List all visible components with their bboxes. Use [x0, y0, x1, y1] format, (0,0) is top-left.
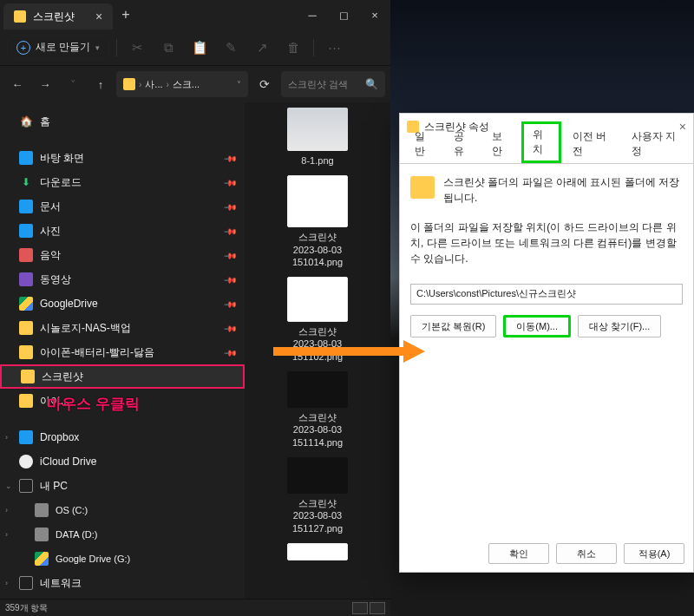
file-item[interactable]: 스크린샷 2023-08-03 151114.png — [245, 371, 390, 449]
pictures-icon — [19, 224, 33, 238]
ok-button[interactable]: 확인 — [488, 543, 549, 564]
sidebar-documents[interactable]: 문서📌 — [0, 194, 245, 219]
sidebar-home[interactable]: 🏠홈 — [0, 109, 245, 134]
tab-custom[interactable]: 사용자 지정 — [622, 125, 688, 163]
close-icon[interactable]: × — [95, 10, 102, 23]
tab-security[interactable]: 보안 — [482, 125, 520, 163]
search-placeholder: 스크린샷 검색 — [288, 78, 348, 91]
file-item[interactable]: 스크린샷 2023-08-03 151014.png — [245, 175, 390, 268]
breadcrumb-seg[interactable]: 사... — [145, 78, 162, 91]
back-button[interactable]: ← — [5, 72, 29, 96]
chevron-down-icon[interactable]: ˅ — [237, 80, 241, 89]
nav-row: ← → ˅ ↑ › 사... › 스크... ˅ ⟳ 스크린샷 검색 🔍 — [0, 66, 390, 102]
folder-icon — [21, 370, 35, 383]
tab-prev[interactable]: 이전 버전 — [563, 125, 620, 163]
chevron-icon[interactable]: › — [5, 506, 8, 514]
path-input[interactable]: C:\Users\const\Pictures\신규스크린샷 — [410, 284, 683, 305]
share-icon[interactable]: ↗ — [249, 35, 275, 61]
sidebar-osc[interactable]: ›OS (C:) — [0, 498, 245, 522]
gdrive-icon — [19, 297, 33, 311]
pin-icon: 📌 — [224, 200, 238, 213]
grid-view-button[interactable] — [370, 602, 385, 614]
sidebar-item-label: 아이폰-배터리-빨리-닳음 — [40, 345, 154, 360]
sidebar-gdrive[interactable]: GoogleDrive📌 — [0, 292, 245, 316]
forward-button[interactable]: → — [33, 72, 57, 96]
file-item[interactable]: 8-1.png — [245, 108, 390, 167]
thumbnail — [287, 543, 348, 560]
tab-title: 스크린샷 — [33, 10, 75, 24]
pin-icon: 📌 — [224, 321, 238, 335]
sidebar-music[interactable]: 음악📌 — [0, 243, 245, 267]
cancel-button[interactable]: 취소 — [556, 543, 617, 564]
chevron-icon: › — [167, 80, 169, 89]
up-history-button[interactable]: ˅ — [61, 72, 85, 96]
disk-icon — [35, 503, 49, 517]
minimize-button[interactable]: ─ — [297, 2, 328, 28]
up-button[interactable]: ↑ — [88, 72, 113, 96]
thumbnail — [287, 277, 348, 322]
apply-button[interactable]: 적용(A) — [624, 543, 684, 564]
chevron-icon[interactable]: › — [5, 530, 8, 539]
delete-icon[interactable]: 🗑 — [280, 35, 306, 61]
copy-icon[interactable]: ⧉ — [155, 35, 181, 61]
address-bar[interactable]: › 사... › 스크... ˅ — [116, 71, 248, 97]
pc-icon — [19, 479, 33, 493]
thumbnail — [287, 175, 348, 227]
sidebar-datad[interactable]: ›DATA (D:) — [0, 522, 245, 547]
sidebar-pictures[interactable]: 사진📌 — [0, 219, 245, 243]
sidebar-desktop[interactable]: 바탕 화면📌 — [0, 146, 245, 170]
sidebar-item-label: 시놀로지-NAS-백업 — [40, 321, 131, 336]
tab-add-button[interactable]: + — [121, 7, 129, 23]
rename-icon[interactable]: ✎ — [218, 35, 244, 61]
sidebar-dropbox[interactable]: ›Dropbox — [0, 425, 245, 449]
refresh-button[interactable]: ⟳ — [252, 71, 278, 97]
download-icon: ⬇ — [19, 175, 33, 189]
tab-screenshots[interactable]: 스크린샷 × — [3, 3, 113, 29]
dialog-info-text: 스크린샷 폴더의 파일은 아래에 표시된 폴더에 저장됩니다. — [443, 174, 683, 206]
chevron-icon: › — [139, 80, 141, 89]
tab-share[interactable]: 공유 — [444, 125, 481, 163]
tab-location[interactable]: 위치 — [521, 121, 562, 163]
sidebar-item-label: 네트워크 — [40, 576, 82, 591]
new-button[interactable]: + 새로 만들기 ▾ — [7, 36, 109, 59]
find-target-button[interactable]: 대상 찾기(F)... — [578, 315, 661, 337]
sidebar-item-label: 사진 — [40, 224, 61, 239]
tab-general[interactable]: 일반 — [405, 125, 442, 163]
chevron-icon[interactable]: ⌄ — [5, 482, 12, 490]
move-button[interactable]: 이동(M)... — [503, 315, 571, 337]
chevron-icon[interactable]: › — [5, 579, 8, 587]
close-button[interactable]: × — [359, 2, 390, 28]
sidebar-item-label: OS (C:) — [56, 505, 88, 515]
folder-icon — [123, 78, 135, 90]
chevron-icon[interactable]: › — [5, 433, 8, 442]
breadcrumb-seg[interactable]: 스크... — [173, 78, 200, 91]
paste-icon[interactable]: 📋 — [187, 35, 213, 61]
videos-icon — [19, 272, 33, 286]
sidebar-screenshots[interactable]: 스크린샷 — [0, 364, 245, 389]
maximize-button[interactable]: ◻ — [328, 2, 359, 28]
disk-icon — [35, 528, 49, 541]
more-icon[interactable]: ⋯ — [321, 35, 347, 61]
cut-icon[interactable]: ✂ — [124, 35, 150, 61]
sidebar-iphone[interactable]: 아이폰-배터리-빨리-닳음📌 — [0, 340, 245, 364]
sidebar-synology[interactable]: 시놀로지-NAS-백업📌 — [0, 316, 245, 340]
explorer-window: 스크린샷 × + ─ ◻ × + 새로 만들기 ▾ ✂ ⧉ 📋 ✎ ↗ 🗑 ⋯ … — [0, 0, 390, 616]
status-bar: 359개 항목 — [0, 599, 390, 616]
network-icon — [19, 576, 33, 590]
sidebar-network[interactable]: ›네트워크 — [0, 571, 245, 595]
view-buttons — [352, 602, 385, 614]
gdrive-icon — [35, 552, 49, 566]
toolbar: + 새로 만들기 ▾ ✂ ⧉ 📋 ✎ ↗ 🗑 ⋯ — [0, 29, 390, 66]
sidebar-item-label: 동영상 — [40, 272, 71, 287]
sidebar-downloads[interactable]: ⬇다운로드📌 — [0, 170, 245, 194]
sidebar-gdriveg[interactable]: Google Drive (G:) — [0, 547, 245, 571]
sidebar-videos[interactable]: 동영상📌 — [0, 267, 245, 292]
sidebar-mypc[interactable]: ⌄내 PC — [0, 474, 245, 498]
list-view-button[interactable] — [352, 602, 368, 614]
pin-icon: 📌 — [224, 272, 238, 286]
file-item[interactable]: 스크린샷 2023-08-03 151127.png — [245, 457, 390, 534]
sidebar-icloud[interactable]: iCloud Drive — [0, 449, 245, 474]
restore-default-button[interactable]: 기본값 복원(R) — [410, 315, 496, 337]
search-input[interactable]: 스크린샷 검색 🔍 — [281, 71, 385, 97]
file-item[interactable] — [245, 543, 390, 564]
